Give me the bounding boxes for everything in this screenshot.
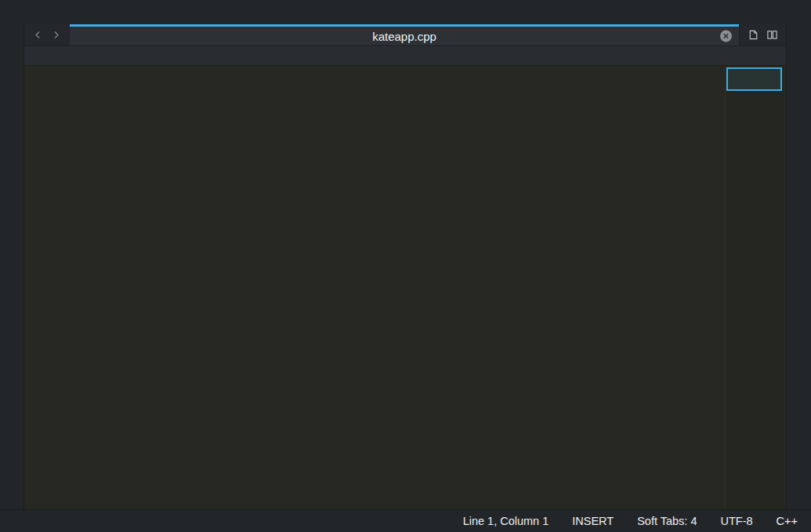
cursor-position[interactable]: Line 1, Column 1 xyxy=(463,515,549,527)
minimap-canvas xyxy=(726,66,786,509)
input-mode[interactable]: INSERT xyxy=(572,515,614,527)
tab-bar: kateapp.cpp xyxy=(24,24,786,46)
center-column: kateapp.cpp xyxy=(24,24,786,509)
left-toolview-bar xyxy=(0,24,24,509)
status-bar: Line 1, Column 1 INSERT Soft Tabs: 4 UTF… xyxy=(0,509,811,532)
encoding[interactable]: UTF-8 xyxy=(720,515,752,527)
right-toolview-bar xyxy=(786,24,811,509)
chevron-left-icon xyxy=(33,30,43,40)
history-nav xyxy=(24,24,70,45)
kate-window: kateapp.cpp xyxy=(0,0,811,532)
back-button[interactable] xyxy=(33,30,43,40)
chevron-right-icon xyxy=(51,30,61,40)
code-area[interactable] xyxy=(24,66,725,509)
editor xyxy=(24,66,786,509)
minimap-viewport[interactable] xyxy=(726,67,782,91)
tab-close-icon[interactable] xyxy=(719,30,733,43)
breadcrumb xyxy=(24,46,786,66)
new-document-icon[interactable] xyxy=(748,29,759,41)
menu-bar xyxy=(0,0,811,24)
minimap-scrollbar[interactable] xyxy=(725,66,786,509)
status-fields: Line 1, Column 1 INSERT Soft Tabs: 4 UTF… xyxy=(463,515,811,527)
tab-title: kateapp.cpp xyxy=(372,30,436,43)
forward-button[interactable] xyxy=(51,30,61,40)
language-mode[interactable]: C++ xyxy=(777,515,798,527)
tab-kateapp-cpp[interactable]: kateapp.cpp xyxy=(70,24,739,45)
main-area: kateapp.cpp xyxy=(0,24,811,509)
tab-actions xyxy=(739,24,786,45)
tab-mode[interactable]: Soft Tabs: 4 xyxy=(637,515,697,527)
split-view-icon[interactable] xyxy=(766,29,778,41)
